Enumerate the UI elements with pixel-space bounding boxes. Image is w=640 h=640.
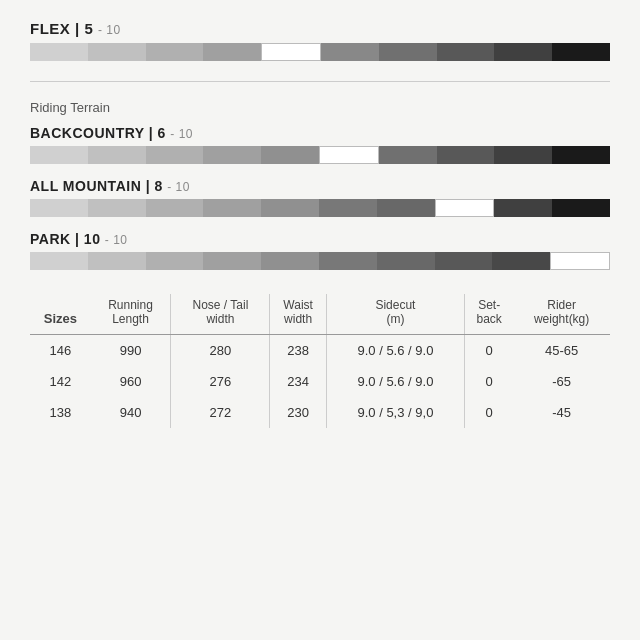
bar-segment-4 <box>261 199 319 217</box>
park-label: PARK <box>30 231 71 247</box>
bar-segment-7 <box>435 199 495 217</box>
flex-title: FLEX | 5 - 10 <box>30 20 610 37</box>
bar-segment-8 <box>494 43 552 61</box>
bar-segment-5 <box>319 252 377 270</box>
bar-segment-5 <box>321 43 379 61</box>
col-sidecut: Sidecut(m) <box>326 294 464 335</box>
specs-table: Sizes RunningLength Nose / Tailwidth Wai… <box>30 294 610 428</box>
bar-segment-8 <box>494 199 552 217</box>
table-row: 142 960 276 234 9.0 / 5.6 / 9.0 0 -65 <box>30 366 610 397</box>
cell-sidecut: 9.0 / 5.6 / 9.0 <box>326 335 464 367</box>
terrain-allmountain-title: ALL MOUNTAIN | 8 - 10 <box>30 178 610 194</box>
bar-segment-5 <box>319 146 379 164</box>
bar-segment-4 <box>261 252 319 270</box>
col-sizes: Sizes <box>30 294 91 335</box>
table-row: 146 990 280 238 9.0 / 5.6 / 9.0 0 45-65 <box>30 335 610 367</box>
cell-rider-weight: -45 <box>513 397 610 428</box>
bar-segment-0 <box>30 199 88 217</box>
bar-segment-4 <box>261 43 321 61</box>
cell-running-length: 990 <box>91 335 171 367</box>
cell-sidecut: 9.0 / 5.6 / 9.0 <box>326 366 464 397</box>
backcountry-value: 6 <box>158 125 166 141</box>
bar-segment-2 <box>146 199 204 217</box>
bar-segment-2 <box>146 252 204 270</box>
bar-segment-0 <box>30 43 88 61</box>
bar-segment-9 <box>552 43 610 61</box>
col-nose-tail: Nose / Tailwidth <box>171 294 270 335</box>
bar-segment-6 <box>379 146 437 164</box>
bar-segment-7 <box>437 43 495 61</box>
allmountain-total: - 10 <box>167 180 190 194</box>
bar-segment-6 <box>377 252 435 270</box>
terrain-item-backcountry: BACKCOUNTRY | 6 - 10 <box>30 125 610 164</box>
cell-nose-tail: 276 <box>171 366 270 397</box>
bar-segment-3 <box>203 146 261 164</box>
bar-segment-3 <box>203 252 261 270</box>
bar-segment-6 <box>377 199 435 217</box>
park-separator: | <box>75 231 84 247</box>
flex-total: - 10 <box>98 23 121 37</box>
cell-nose-tail: 280 <box>171 335 270 367</box>
table-section: Sizes RunningLength Nose / Tailwidth Wai… <box>30 294 610 428</box>
bar-segment-6 <box>379 43 437 61</box>
backcountry-label: BACKCOUNTRY <box>30 125 144 141</box>
cell-waist: 234 <box>270 366 326 397</box>
backcountry-separator: | <box>149 125 158 141</box>
bar-segment-3 <box>203 43 261 61</box>
cell-sidecut: 9.0 / 5,3 / 9,0 <box>326 397 464 428</box>
col-waist: Waistwidth <box>270 294 326 335</box>
backcountry-total: - 10 <box>170 127 193 141</box>
cell-size: 138 <box>30 397 91 428</box>
bar-segment-4 <box>261 146 319 164</box>
cell-nose-tail: 272 <box>171 397 270 428</box>
terrain-backcountry-title: BACKCOUNTRY | 6 - 10 <box>30 125 610 141</box>
terrain-item-allmountain: ALL MOUNTAIN | 8 - 10 <box>30 178 610 217</box>
cell-setback: 0 <box>465 366 514 397</box>
park-total: - 10 <box>105 233 128 247</box>
bar-segment-1 <box>88 199 146 217</box>
col-running-length: RunningLength <box>91 294 171 335</box>
cell-running-length: 940 <box>91 397 171 428</box>
bar-segment-7 <box>435 252 493 270</box>
flex-section: FLEX | 5 - 10 <box>30 20 610 61</box>
table-header-row: Sizes RunningLength Nose / Tailwidth Wai… <box>30 294 610 335</box>
cell-waist: 238 <box>270 335 326 367</box>
park-bar <box>30 252 610 270</box>
bar-segment-1 <box>88 252 146 270</box>
allmountain-label: ALL MOUNTAIN <box>30 178 141 194</box>
cell-rider-weight: 45-65 <box>513 335 610 367</box>
allmountain-bar <box>30 199 610 217</box>
flex-value: 5 <box>84 20 93 37</box>
cell-setback: 0 <box>465 397 514 428</box>
bar-segment-8 <box>494 146 552 164</box>
backcountry-bar <box>30 146 610 164</box>
cell-running-length: 960 <box>91 366 171 397</box>
cell-rider-weight: -65 <box>513 366 610 397</box>
bar-segment-1 <box>88 146 146 164</box>
col-setback: Set-back <box>465 294 514 335</box>
bar-segment-5 <box>319 199 377 217</box>
bar-segment-3 <box>203 199 261 217</box>
table-row: 138 940 272 230 9.0 / 5,3 / 9,0 0 -45 <box>30 397 610 428</box>
flex-separator: | <box>75 20 84 37</box>
bar-segment-1 <box>88 43 146 61</box>
section-divider <box>30 81 610 82</box>
bar-segment-0 <box>30 252 88 270</box>
flex-bar <box>30 43 610 61</box>
bar-segment-7 <box>437 146 495 164</box>
bar-segment-9 <box>550 252 610 270</box>
bar-segment-9 <box>552 146 610 164</box>
bar-segment-2 <box>146 146 204 164</box>
terrain-section: Riding Terrain BACKCOUNTRY | 6 - 10 ALL … <box>30 100 610 270</box>
bar-segment-8 <box>492 252 550 270</box>
cell-size: 142 <box>30 366 91 397</box>
allmountain-value: 8 <box>154 178 162 194</box>
bar-segment-2 <box>146 43 204 61</box>
terrain-item-park: PARK | 10 - 10 <box>30 231 610 270</box>
cell-setback: 0 <box>465 335 514 367</box>
cell-size: 146 <box>30 335 91 367</box>
terrain-park-title: PARK | 10 - 10 <box>30 231 610 247</box>
terrain-label: Riding Terrain <box>30 100 610 115</box>
flex-label: FLEX <box>30 20 70 37</box>
bar-segment-9 <box>552 199 610 217</box>
